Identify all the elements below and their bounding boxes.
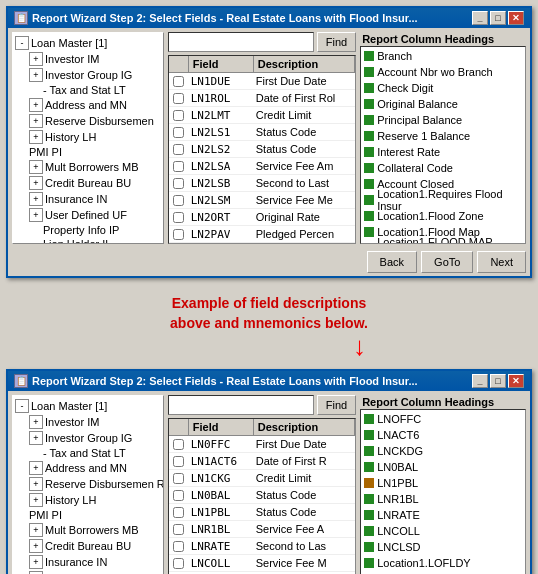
heading-item[interactable]: Original Balance [362, 96, 524, 112]
table-row[interactable]: LN2LSMService Fee Me [169, 192, 355, 209]
goto-button-1[interactable]: GoTo [421, 251, 473, 273]
find-input-1[interactable] [168, 32, 314, 52]
heading-item[interactable]: LNCLSD [362, 539, 524, 555]
tree-item-reserve[interactable]: + Reserve Disbursemen [15, 113, 161, 129]
heading-item[interactable]: Principal Balance [362, 112, 524, 128]
tree-expander[interactable]: + [29, 176, 43, 190]
tree-item-insurance-2[interactable]: + Insurance IN [15, 554, 161, 570]
tree-expander[interactable]: + [29, 68, 43, 82]
row-checkbox[interactable] [173, 439, 184, 450]
row-checkbox[interactable] [173, 473, 184, 484]
heading-item[interactable]: Account Nbr wo Branch [362, 64, 524, 80]
table-row[interactable]: LN2LS2Status Code [169, 141, 355, 158]
table-row[interactable]: LN1PBLStatus Code [169, 504, 355, 521]
row-checkbox[interactable] [173, 229, 184, 240]
row-checkbox[interactable] [173, 110, 184, 121]
tree-item-user-defined[interactable]: + User Defined UF [15, 207, 161, 223]
tree-item-history[interactable]: + History LH [15, 129, 161, 145]
tree-expander[interactable]: + [29, 539, 43, 553]
tree-item-investor-group-2[interactable]: + Investor Group IG [15, 430, 161, 446]
tree-item-credit-bureau[interactable]: + Credit Bureau BU [15, 175, 161, 191]
headings-list-1[interactable]: Branch Account Nbr wo Branch Check Digit… [360, 46, 526, 244]
table-row[interactable]: LN2LSBSecond to Last [169, 175, 355, 192]
table-row[interactable]: LN1ROLDate of First Rol [169, 90, 355, 107]
row-checkbox[interactable] [173, 558, 184, 569]
tree-item-lien-holder[interactable]: Lien Holder IL [15, 237, 161, 243]
tree-item-pmi-2[interactable]: PMI PI [15, 508, 161, 522]
row-checkbox[interactable] [173, 456, 184, 467]
heading-item[interactable]: LN1PBL [362, 475, 524, 491]
tree-item-loan-master[interactable]: - Loan Master [1] [15, 35, 161, 51]
table-row[interactable]: LNRATESecond to Las [169, 538, 355, 555]
minimize-btn-2[interactable]: _ [472, 374, 488, 388]
tree-item-address-2[interactable]: + Address and MN [15, 460, 161, 476]
heading-item[interactable]: Check Digit [362, 80, 524, 96]
tree-expander[interactable]: + [29, 52, 43, 66]
row-checkbox[interactable] [173, 541, 184, 552]
heading-item[interactable]: Collateral Code [362, 160, 524, 176]
row-checkbox[interactable] [173, 93, 184, 104]
next-button-1[interactable]: Next [477, 251, 526, 273]
row-checkbox[interactable] [173, 144, 184, 155]
tree-item-history-2[interactable]: + History LH [15, 492, 161, 508]
row-checkbox[interactable] [173, 127, 184, 138]
find-button-1[interactable]: Find [317, 32, 356, 52]
row-checkbox[interactable] [173, 212, 184, 223]
table-row[interactable]: LN2LSAService Fee Am [169, 158, 355, 175]
heading-item[interactable]: LNCKDG [362, 443, 524, 459]
table-body-2[interactable]: LN0FFCFirst Due Date LN1ACT6Date of Firs… [169, 436, 355, 574]
tree-expander[interactable]: + [29, 431, 43, 445]
heading-item[interactable]: Location1.LOFLDY [362, 555, 524, 571]
tree-expander[interactable]: + [29, 130, 43, 144]
heading-item[interactable]: Branch [362, 48, 524, 64]
heading-item[interactable]: Interest Rate [362, 144, 524, 160]
tree-expander[interactable]: + [29, 114, 43, 128]
tree-expander[interactable]: + [29, 192, 43, 206]
table-row[interactable]: LN2LS1Status Code [169, 124, 355, 141]
row-checkbox[interactable] [173, 195, 184, 206]
tree-item-pmi[interactable]: PMI PI [15, 145, 161, 159]
heading-item[interactable]: LN0BAL [362, 459, 524, 475]
tree-expander[interactable]: - [15, 36, 29, 50]
table-row[interactable]: LN2PAVPledged Percen [169, 226, 355, 243]
heading-item[interactable]: Location1.Requires Flood Insur [362, 192, 524, 208]
table-row[interactable]: LNCOLLService Fee M [169, 555, 355, 572]
heading-item[interactable]: LNACT6 [362, 427, 524, 443]
tree-expander[interactable]: + [29, 555, 43, 569]
maximize-btn-2[interactable]: □ [490, 374, 506, 388]
tree-item-address[interactable]: + Address and MN [15, 97, 161, 113]
heading-item[interactable]: Location1.FLOOD MAP SUFFIX [362, 240, 524, 244]
table-row[interactable]: LN1CKGCredit Limit [169, 470, 355, 487]
heading-item[interactable]: LNRATE [362, 507, 524, 523]
table-row[interactable]: LN1ACT6Date of First R [169, 453, 355, 470]
close-btn-2[interactable]: ✕ [508, 374, 524, 388]
tree-expander[interactable]: + [29, 208, 43, 222]
tree-item-credit-bureau-2[interactable]: + Credit Bureau BU [15, 538, 161, 554]
table-row[interactable]: LN1DUEFirst Due Date [169, 73, 355, 90]
tree-expander[interactable]: + [29, 98, 43, 112]
tree-item-tax-stat-2[interactable]: - Tax and Stat LT [15, 446, 161, 460]
heading-item[interactable]: Reserve 1 Balance [362, 128, 524, 144]
find-input-2[interactable] [168, 395, 314, 415]
tree-item-investor-group[interactable]: + Investor Group IG [15, 67, 161, 83]
tree-item-user-defined-2[interactable]: + User Defined UF [15, 570, 161, 574]
tree-expander[interactable]: + [29, 493, 43, 507]
tree-item-mult-borrowers-2[interactable]: + Mult Borrowers MB [15, 522, 161, 538]
find-button-2[interactable]: Find [317, 395, 356, 415]
row-checkbox[interactable] [173, 524, 184, 535]
tree-item-tax-stat[interactable]: - Tax and Stat LT [15, 83, 161, 97]
table-row[interactable]: LN2ORTOriginal Rate [169, 209, 355, 226]
heading-item[interactable]: LNOFFC [362, 411, 524, 427]
tree-item-property-info[interactable]: Property Info IP [15, 223, 161, 237]
back-button-1[interactable]: Back [367, 251, 417, 273]
tree-expander[interactable]: + [29, 415, 43, 429]
table-row[interactable]: LN2LMTCredit Limit [169, 107, 355, 124]
tree-expander[interactable]: + [29, 477, 43, 491]
table-row[interactable]: LNR1BLService Fee A [169, 521, 355, 538]
heading-item[interactable]: LNR1BL [362, 491, 524, 507]
tree-expander[interactable]: - [15, 399, 29, 413]
tree-expander[interactable]: + [29, 160, 43, 174]
close-btn-1[interactable]: ✕ [508, 11, 524, 25]
table-row[interactable]: LN0FFCFirst Due Date [169, 436, 355, 453]
tree-item-loan-master-2[interactable]: - Loan Master [1] [15, 398, 161, 414]
